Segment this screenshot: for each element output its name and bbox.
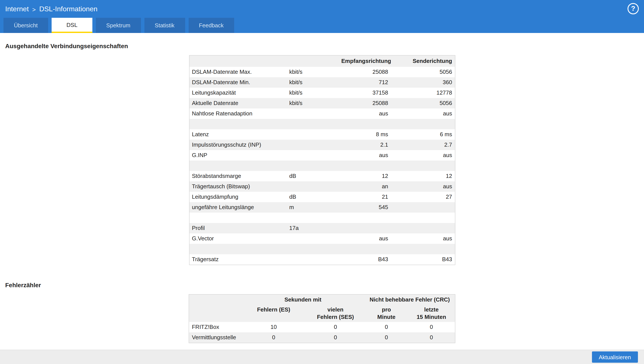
cell-label: Impulsstörungsschutz (INP) xyxy=(189,140,287,150)
refresh-button[interactable]: Aktualisieren xyxy=(592,351,638,363)
cell-tx-value xyxy=(391,223,455,233)
cell-unit xyxy=(287,119,339,129)
cell-tx-value: 27 xyxy=(391,192,455,202)
cell-tx-value xyxy=(391,160,455,171)
cell-label: Störabstandsmarge xyxy=(189,171,287,181)
breadcrumb-separator-icon: > xyxy=(32,6,36,13)
cell-label xyxy=(189,119,287,129)
cell-per-minute-value: 0 xyxy=(365,332,408,343)
table-row: Impulsstörungsschutz (INP) 2.1 2.7 xyxy=(189,140,455,150)
cell-ses-value: 0 xyxy=(306,332,365,343)
column-header-last-15-minutes: letzte 15 Minuten xyxy=(408,304,455,322)
cell-rx-value: 12 xyxy=(339,171,391,181)
column-header-row: Fehlern (ES) vielen Fehlern (SES) pro Mi… xyxy=(189,304,455,322)
connection-properties-table: Empfangsrichtung Senderichtung DSLAM-Dat… xyxy=(189,55,455,265)
table-row-spacer xyxy=(189,244,455,254)
cell-rx-value: 37158 xyxy=(339,87,391,98)
cell-tx-value: 5056 xyxy=(391,98,455,108)
cell-label: DSLAM-Datenrate Min. xyxy=(189,77,287,87)
cell-label xyxy=(189,244,287,254)
cell-label: Trägertausch (Bitswap) xyxy=(189,181,287,192)
cell-rx-value: 712 xyxy=(339,77,391,87)
cell-label: G.Vector xyxy=(189,233,287,244)
cell-label: ungefähre Leitungslänge xyxy=(189,202,287,212)
cell-last-15-value: 0 xyxy=(408,322,455,332)
column-header-es: Fehlern (ES) xyxy=(241,304,306,322)
cell-rx-value: aus xyxy=(339,108,391,119)
page: Internet > DSL-Informationen ? Übersicht… xyxy=(0,0,644,364)
header-spacer xyxy=(287,55,339,67)
table-row: G.Vector aus aus xyxy=(189,233,455,244)
breadcrumb-section-internet[interactable]: Internet xyxy=(5,5,29,13)
cell-es-value: 0 xyxy=(241,332,306,343)
cell-tx-value: B43 xyxy=(391,254,455,265)
cell-rx-value xyxy=(339,160,391,171)
header-spacer xyxy=(189,304,241,322)
tab-statistik[interactable]: Statistik xyxy=(144,18,185,33)
section-title-errors: Fehlerzähler xyxy=(5,281,639,288)
cell-rx-value: 25088 xyxy=(339,67,391,77)
cell-unit xyxy=(287,129,339,140)
cell-label: FRITZ!Box xyxy=(189,322,241,332)
cell-unit xyxy=(287,254,339,265)
cell-unit xyxy=(287,160,339,171)
main-content: Ausgehandelte Verbindungseigenschaften E… xyxy=(0,33,644,343)
table-row: Leitungsdämpfung dB 21 27 xyxy=(189,192,455,202)
cell-label: G.INP xyxy=(189,150,287,160)
table-row: DSLAM-Datenrate Min. kbit/s 712 360 xyxy=(189,77,455,87)
breadcrumb: Internet > DSL-Informationen xyxy=(5,5,98,13)
cell-label xyxy=(189,212,287,223)
header-spacer xyxy=(189,294,241,304)
cell-tx-value: 360 xyxy=(391,77,455,87)
cell-unit: kbit/s xyxy=(287,77,339,87)
cell-rx-value: aus xyxy=(339,150,391,160)
breadcrumb-page-title: DSL-Informationen xyxy=(39,5,98,13)
group-header-row: Sekunden mit Nicht behebbare Fehler (CRC… xyxy=(189,294,455,304)
cell-tx-value: aus xyxy=(391,108,455,119)
cell-label: Latenz xyxy=(189,129,287,140)
cell-unit: kbit/s xyxy=(287,67,339,77)
group-header-crc: Nicht behebbare Fehler (CRC) xyxy=(365,294,455,304)
cell-label: Nahtlose Ratenadaption xyxy=(189,108,287,119)
cell-label: Leitungskapazität xyxy=(189,87,287,98)
cell-rx-value: 21 xyxy=(339,192,391,202)
table-row: Aktuelle Datenrate kbit/s 25088 5056 xyxy=(189,98,455,108)
top-bar: Internet > DSL-Informationen ? Übersicht… xyxy=(0,0,644,33)
cell-unit xyxy=(287,108,339,119)
cell-unit xyxy=(287,150,339,160)
cell-label xyxy=(189,160,287,171)
cell-unit: dB xyxy=(287,192,339,202)
cell-unit: m xyxy=(287,202,339,212)
column-header-per-minute: pro Minute xyxy=(365,304,408,322)
cell-unit: kbit/s xyxy=(287,87,339,98)
table-row-spacer xyxy=(189,119,455,129)
section-title-connection: Ausgehandelte Verbindungseigenschaften xyxy=(5,43,639,50)
cell-rx-value: 545 xyxy=(339,202,391,212)
cell-rx-value: B43 xyxy=(339,254,391,265)
cell-tx-value: aus xyxy=(391,233,455,244)
table-row: Leitungskapazität kbit/s 37158 12778 xyxy=(189,87,455,98)
table-row: Profil 17a xyxy=(189,223,455,233)
cell-label: Vermittlungsstelle xyxy=(189,332,241,343)
cell-es-value: 10 xyxy=(241,322,306,332)
table-row: ungefähre Leitungslänge m 545 xyxy=(189,202,455,212)
error-counter-table: Sekunden mit Nicht behebbare Fehler (CRC… xyxy=(189,294,455,343)
cell-rx-value: 8 ms xyxy=(339,129,391,140)
cell-rx-value xyxy=(339,223,391,233)
cell-per-minute-value: 0 xyxy=(365,322,408,332)
table-row: Trägertausch (Bitswap) an aus xyxy=(189,181,455,192)
table-row-spacer xyxy=(189,212,455,223)
tab-spektrum[interactable]: Spektrum xyxy=(96,18,141,33)
cell-tx-value: aus xyxy=(391,150,455,160)
cell-unit: dB xyxy=(287,171,339,181)
column-header-senderichtung: Senderichtung xyxy=(391,55,455,67)
group-header-seconds: Sekunden mit xyxy=(241,294,365,304)
cell-tx-value: 5056 xyxy=(391,67,455,77)
cell-tx-value xyxy=(391,202,455,212)
tab-feedback[interactable]: Feedback xyxy=(188,18,234,33)
breadcrumb-row: Internet > DSL-Informationen ? xyxy=(0,0,644,18)
tab-uebersicht[interactable]: Übersicht xyxy=(4,18,48,33)
help-icon[interactable]: ? xyxy=(628,3,639,14)
tab-dsl[interactable]: DSL xyxy=(52,18,92,33)
cell-label: Leitungsdämpfung xyxy=(189,192,287,202)
